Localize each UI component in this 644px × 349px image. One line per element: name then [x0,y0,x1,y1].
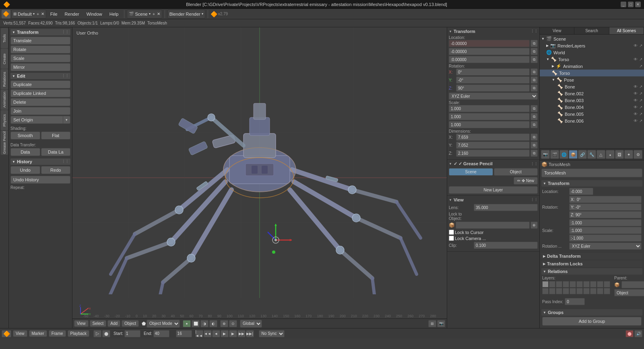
lock-obj-eyedrop[interactable]: ⊕ [530,222,538,229]
layer-17[interactable] [583,288,590,294]
object-props-icon[interactable]: 📦 [569,150,578,159]
scene-props-icon[interactable]: 🎬 [550,150,559,159]
renderlayers-arrow[interactable]: ↗ [639,43,642,48]
add-menu[interactable]: Add [107,320,120,327]
outliner-torso-mesh[interactable]: 🦴 Torso [540,70,644,76]
next-frame-btn[interactable]: ▶ [229,330,237,337]
outliner-scene[interactable]: ▼ 🎬 Scene [540,35,644,42]
play-btn[interactable]: ▶ [221,330,229,337]
flat-button[interactable]: Flat [41,131,71,140]
outliner-bone002[interactable]: 🦴 Bone.002 👁 ↗ [540,90,644,97]
parent-type-select[interactable]: Object [614,289,644,296]
bone002-eye[interactable]: 👁 [634,91,638,96]
scale-y-copy[interactable]: ⧉ [530,113,538,120]
scale-z-copy[interactable]: ⧉ [530,121,538,128]
transform-locks-header[interactable]: ▶ Transform Locks [541,261,642,267]
bone-eye[interactable]: 👁 [634,84,638,89]
animation-arrow[interactable]: ↗ [639,64,642,68]
layer-15[interactable] [570,288,576,294]
outliner-bone004[interactable]: 🦴 Bone.004 👁 ↗ [540,104,644,111]
search-tab[interactable]: Search [574,27,609,34]
outliner-pose[interactable]: ▼ 🦴 Pose [540,76,644,83]
sync-mode-select[interactable]: No Sync [259,330,285,337]
layer-8[interactable] [590,281,597,287]
groups-header[interactable]: ▼ Groups [541,309,642,316]
pass-index-input[interactable] [565,298,585,305]
rot-x-input[interactable] [456,68,530,76]
rendered-shading[interactable]: ◑ [200,320,208,327]
data-props-icon[interactable]: △ [597,150,605,159]
scene-add[interactable]: ＋ [152,11,156,17]
minimize-button[interactable]: _ [621,2,626,7]
lock-cursor-check[interactable] [449,230,454,235]
add-layout-icon[interactable]: ＋ [36,11,40,17]
scale-button[interactable]: Scale [10,54,70,62]
bone003-eye[interactable]: 👁 [634,98,638,103]
all-scenes-tab[interactable]: All Scenes [609,27,644,34]
outliner-world[interactable]: 🌐 World [540,49,644,56]
clip-start-input[interactable] [474,242,538,249]
grease-pencil-tab[interactable]: Grease Pencil [1,131,8,155]
redo-button[interactable]: Redo [41,166,71,174]
loc-x-copy[interactable]: ⧉ [530,40,538,47]
jump-start-btn[interactable]: |◄◄ [195,330,203,337]
jump-end-btn[interactable]: ▶▶| [246,330,254,337]
outliner-torso[interactable]: ▼ 🦴 Torso 👁 ↗ [540,56,644,63]
maximize-button[interactable]: □ [628,2,634,7]
bottom-blender-icon[interactable]: 🔶 [2,330,11,337]
proportional-btn[interactable]: ⊙ [229,320,237,327]
rot-z-copy[interactable]: ⧉ [530,84,538,92]
grease-new-btn[interactable]: ✏ ✥ New [514,177,538,185]
layer-1[interactable] [542,281,549,287]
dim-z-copy[interactable]: ⧉ [530,150,538,157]
layer-13[interactable] [556,288,562,294]
outliner-renderlayers[interactable]: ▶ 📷 RenderLayers 👁 ↗ [540,42,644,49]
scene-remove[interactable]: ✕ [157,12,160,16]
layers-btn[interactable]: ⊞ [428,320,436,327]
torso-arrow[interactable]: ↗ [639,57,642,62]
grease-object-btn[interactable]: Object [494,168,538,176]
dim-x-input[interactable] [456,133,530,141]
loc-y-copy[interactable]: ⧉ [530,48,538,55]
loc-y-input[interactable] [449,48,530,55]
dim-y-input[interactable] [456,142,530,149]
audio-btn[interactable]: 🔊 [634,330,642,337]
duplicate-button[interactable]: Duplicate [10,80,70,88]
join-button[interactable]: Join [10,107,70,115]
scene-selector[interactable]: 🎬 Scene ▾ ＋ ✕ [127,10,162,18]
menu-file[interactable]: File [47,11,61,17]
select-menu[interactable]: Select [90,320,107,327]
grease-scene-btn[interactable]: Scene [449,168,493,176]
object-name-input[interactable] [541,168,642,177]
dim-y-copy[interactable]: ⧉ [530,142,538,149]
bottom-marker-menu[interactable]: Marker [29,330,47,337]
physics-icon[interactable]: ⚙ [634,150,642,159]
blender-icon[interactable]: 🔶 [2,10,10,18]
bottom-view-menu[interactable]: View [13,330,27,337]
dim-z-input[interactable] [456,150,530,157]
layer-19[interactable] [597,288,603,294]
menu-help[interactable]: Help [106,11,122,17]
create-tab[interactable]: Create [1,49,8,69]
bone003-arrow[interactable]: ↗ [639,98,642,103]
rot-y-copy[interactable]: ⧉ [530,76,538,84]
rot-z-input[interactable] [456,84,530,92]
layer-3[interactable] [556,281,562,287]
outliner-bone006[interactable]: 🦴 Bone.006 👁 ↗ [540,117,644,124]
scale-x-copy[interactable]: ⧉ [530,105,538,112]
undo-history-button[interactable]: Undo History [10,176,70,184]
layer-10[interactable] [604,281,610,287]
bone005-arrow[interactable]: ↗ [639,112,642,116]
euler-select[interactable]: XYZ Euler [449,92,538,100]
translate-button[interactable]: Translate [10,37,70,45]
bone004-eye[interactable]: 👁 [634,105,638,109]
prev-keyframe-btn[interactable]: ◄◄ [204,330,212,337]
loc-z-input[interactable] [449,56,530,63]
set-origin-dropdown[interactable]: ▾ [63,116,70,124]
scale-x-input[interactable] [449,105,530,112]
menu-render[interactable]: Render [62,11,83,17]
mirror-button[interactable]: Mirror [10,63,70,71]
keying-btn[interactable]: ⬤ [625,330,634,337]
render-engine-selector[interactable]: Blender Render ▾ [167,10,205,18]
layer-18[interactable] [590,288,597,294]
